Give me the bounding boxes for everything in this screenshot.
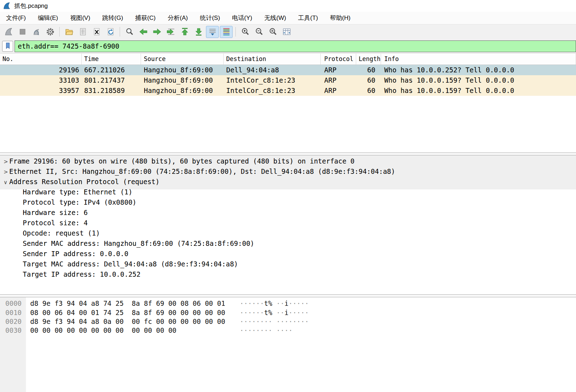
zoom-reset-button[interactable] xyxy=(266,26,279,38)
detail-row[interactable]: ∨Address Resolution Protocol (request) xyxy=(0,177,576,187)
colorize-button[interactable] xyxy=(220,26,233,38)
open-file-button[interactable] xyxy=(63,26,75,38)
detail-text: Target MAC address: Dell_94:04:a8 (d8:9e… xyxy=(23,260,238,268)
detail-row[interactable]: Hardware size: 6 xyxy=(0,208,576,218)
start-capture-button[interactable] xyxy=(2,26,15,38)
chevron-down-icon[interactable]: ∨ xyxy=(0,177,9,188)
save-file-button[interactable] xyxy=(76,26,89,38)
zoom-out-icon xyxy=(254,27,264,37)
packet-row[interactable]: 33957831.218589Hangzhou_8f:69:00IntelCor… xyxy=(0,85,576,96)
menu-item-go[interactable]: 跳转(G) xyxy=(96,12,129,23)
hex-row[interactable]: 0020d8 9e f3 94 04 a8 0a 00 00 fc 00 00 … xyxy=(0,317,576,326)
packet-row[interactable]: 33103801.217437Hangzhou_8f:69:00IntelCor… xyxy=(0,75,576,85)
cell-destination: Dell_94:04:a8 xyxy=(224,65,321,75)
detail-row[interactable]: >Ethernet II, Src: Hangzhou_8f:69:00 (74… xyxy=(0,166,576,177)
detail-row[interactable]: Sender IP address: 0.0.0.0 xyxy=(0,249,576,259)
reload-file-button[interactable] xyxy=(104,26,117,38)
menu-item-edit[interactable]: 编辑(E) xyxy=(32,12,64,23)
arrow-down-bar-icon xyxy=(194,27,203,37)
hex-row[interactable]: 0000d8 9e f3 94 04 a8 74 25 8a 8f 69 00 … xyxy=(0,299,576,308)
detail-row[interactable]: Protocol type: IPv4 (0x0800) xyxy=(0,197,576,208)
hex-ascii: ······t% ··i····· xyxy=(240,308,309,317)
cell-protocol: ARP xyxy=(321,75,356,85)
column-header-no[interactable]: No. xyxy=(0,54,82,65)
close-file-icon xyxy=(92,27,102,37)
detail-row[interactable]: Sender MAC address: Hangzhou_8f:69:00 (7… xyxy=(0,238,576,249)
resize-columns-button[interactable] xyxy=(280,26,293,38)
cell-info: Who has 10.0.0.159? Tell 0.0.0.0 xyxy=(381,75,576,85)
go-to-packet-icon xyxy=(166,27,176,37)
chevron-right-icon[interactable]: > xyxy=(0,157,9,167)
cell-source: Hangzhou_8f:69:00 xyxy=(141,65,224,75)
go-first-packet-button[interactable] xyxy=(178,26,191,38)
arrow-right-icon xyxy=(152,27,162,37)
display-filter-input[interactable] xyxy=(15,40,576,52)
arrow-up-bar-icon xyxy=(180,27,190,37)
save-file-icon xyxy=(78,27,88,37)
detail-text: Ethernet II, Src: Hangzhou_8f:69:00 (74:… xyxy=(9,167,395,175)
go-forward-button[interactable] xyxy=(151,26,163,38)
zoom-in-icon xyxy=(240,27,250,37)
hex-offset: 0020 xyxy=(0,317,26,326)
column-header-info[interactable]: Info xyxy=(381,54,576,65)
go-to-packet-button[interactable] xyxy=(164,26,177,38)
menu-item-analyze[interactable]: 分析(A) xyxy=(162,12,194,23)
packet-row-selected[interactable]: 29196667.211026Hangzhou_8f:69:00Dell_94:… xyxy=(0,65,576,75)
cell-length: 60 xyxy=(356,75,381,85)
menu-item-telephony[interactable]: 电话(Y) xyxy=(226,12,259,23)
zoom-out-button[interactable] xyxy=(252,26,265,38)
cell-time: 801.217437 xyxy=(82,75,141,85)
go-back-button[interactable] xyxy=(137,26,150,38)
auto-scroll-button[interactable] xyxy=(206,26,219,38)
pane-splitter-top[interactable] xyxy=(0,153,576,155)
hex-row[interactable]: 003000 00 00 00 00 00 00 00 00 00 00 00·… xyxy=(0,326,576,335)
cell-time: 667.211026 xyxy=(82,65,141,75)
column-header-destination[interactable]: Destination xyxy=(224,54,321,65)
detail-row[interactable]: >Frame 29196: 60 bytes on wire (480 bits… xyxy=(0,156,576,166)
menu-item-statistics[interactable]: 统计(S) xyxy=(194,12,226,23)
detail-row[interactable]: Target IP address: 10.0.0.252 xyxy=(0,269,576,280)
column-header-length[interactable]: Length xyxy=(356,54,381,65)
cell-length: 60 xyxy=(356,85,381,96)
menu-item-wireless[interactable]: 无线(W) xyxy=(258,12,292,23)
detail-row[interactable]: Opcode: request (1) xyxy=(0,228,576,238)
cell-source: Hangzhou_8f:69:00 xyxy=(141,85,224,96)
close-file-button[interactable] xyxy=(90,26,103,38)
pane-splitter-bottom[interactable] xyxy=(0,294,576,297)
detail-text: Target IP address: 10.0.0.252 xyxy=(23,270,141,278)
find-magnifier-icon xyxy=(125,27,134,37)
zoom-in-button[interactable] xyxy=(239,26,251,38)
detail-text: Address Resolution Protocol (request) xyxy=(9,178,159,186)
detail-row[interactable]: Target MAC address: Dell_94:04:a8 (d8:9e… xyxy=(0,259,576,269)
hex-offset: 0010 xyxy=(0,308,26,317)
menu-item-view[interactable]: 视图(V) xyxy=(64,12,96,23)
stop-capture-button[interactable] xyxy=(16,26,29,38)
filter-bookmark-button[interactable] xyxy=(2,41,13,52)
hex-row[interactable]: 001008 00 06 04 00 01 74 25 8a 8f 69 00 … xyxy=(0,308,576,317)
detail-row[interactable]: Hardware type: Ethernet (1) xyxy=(0,187,576,197)
restart-capture-button[interactable] xyxy=(30,26,43,38)
reload-icon xyxy=(106,27,115,37)
colorize-lines-icon xyxy=(222,27,231,37)
column-header-time[interactable]: Time xyxy=(82,54,141,65)
find-packet-button[interactable] xyxy=(123,26,136,38)
detail-text: Protocol type: IPv4 (0x0800) xyxy=(23,198,136,206)
go-last-packet-button[interactable] xyxy=(192,26,205,38)
hex-bytes: d8 9e f3 94 04 a8 74 25 8a 8f 69 00 08 0… xyxy=(30,299,225,307)
hex-offset: 0000 xyxy=(0,299,26,308)
menu-item-help[interactable]: 帮助(H) xyxy=(324,12,357,23)
wireshark-window: 抓包.pcapng 文件(F)编辑(E)视图(V)跳转(G)捕获(C)分析(A)… xyxy=(0,0,576,392)
column-header-protocol[interactable]: Protocol xyxy=(321,54,356,65)
detail-row[interactable]: Protocol size: 4 xyxy=(0,218,576,228)
menu-item-capture[interactable]: 捕获(C) xyxy=(129,12,162,23)
zoom-reset-icon xyxy=(268,27,278,37)
menu-item-file[interactable]: 文件(F) xyxy=(0,12,32,23)
menu-item-tools[interactable]: 工具(T) xyxy=(292,12,324,23)
hex-bytes: d8 9e f3 94 04 a8 0a 00 00 fc 00 00 00 0… xyxy=(30,318,225,325)
column-header-source[interactable]: Source xyxy=(141,54,224,65)
toolbar-separator xyxy=(235,27,236,37)
chevron-right-icon[interactable]: > xyxy=(0,167,9,177)
cell-source: Hangzhou_8f:69:00 xyxy=(141,75,224,85)
stop-square-icon xyxy=(18,27,27,37)
capture-options-button[interactable] xyxy=(44,26,56,38)
